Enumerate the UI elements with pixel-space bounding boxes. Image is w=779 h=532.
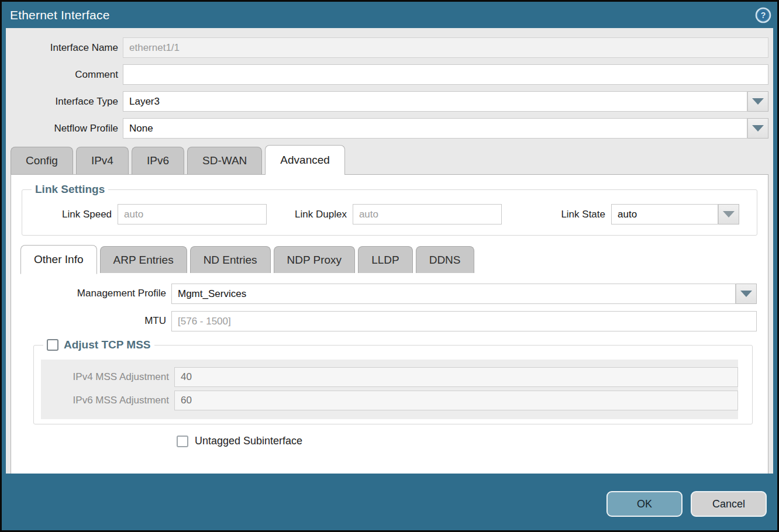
ipv4-mss-input	[174, 367, 738, 387]
link-settings-fieldset: Link Settings Link Speed Link Duplex	[22, 183, 757, 236]
tab-nd-entries[interactable]: ND Entries	[190, 246, 271, 273]
mtu-row: MTU	[20, 311, 759, 331]
comment-row: Comment	[11, 64, 768, 85]
link-speed-input[interactable]	[118, 204, 267, 224]
link-state-select[interactable]	[611, 204, 718, 224]
link-state-label: Link State	[561, 209, 611, 220]
netflow-profile-row: Netflow Profile	[11, 118, 768, 139]
help-icon[interactable]: ?	[755, 7, 771, 23]
netflow-profile-select[interactable]	[123, 118, 747, 139]
chevron-down-icon	[752, 98, 764, 105]
ipv4-mss-label: IPv4 MSS Adjustment	[41, 371, 174, 383]
tab-lldp[interactable]: LLDP	[358, 246, 413, 273]
untagged-subinterface-row: Untagged Subinterface	[177, 435, 759, 447]
main-tabbar: Config IPv4 IPv6 SD-WAN Advanced	[11, 145, 768, 174]
comment-input[interactable]	[123, 64, 768, 85]
tab-ipv6[interactable]: IPv6	[132, 147, 184, 174]
tab-other-info[interactable]: Other Info	[20, 245, 97, 274]
chevron-down-icon	[740, 291, 752, 297]
dialog-body: Interface Name Comment Interface Type Ne…	[6, 28, 773, 474]
adjust-tcp-mss-fieldset: Adjust TCP MSS IPv4 MSS Adjustment IPv6 …	[33, 338, 753, 424]
other-info-panel: Management Profile MTU	[20, 273, 759, 447]
dialog-title: Ethernet Interface	[10, 8, 110, 22]
mss-disabled-group: IPv4 MSS Adjustment IPv6 MSS Adjustment	[41, 360, 738, 419]
interface-type-dropdown-button[interactable]	[747, 91, 768, 112]
comment-label: Comment	[11, 69, 123, 81]
interface-name-input	[123, 37, 768, 58]
management-profile-select[interactable]	[171, 284, 736, 304]
tab-config[interactable]: Config	[11, 147, 73, 174]
chevron-down-icon	[752, 125, 764, 132]
adjust-tcp-mss-label: Adjust TCP MSS	[64, 338, 151, 351]
chevron-down-icon	[723, 211, 735, 217]
ethernet-interface-dialog: Ethernet Interface ? Interface Name Comm…	[0, 0, 779, 532]
management-profile-label: Management Profile	[20, 288, 171, 299]
mtu-label: MTU	[20, 315, 171, 327]
untagged-subinterface-label: Untagged Subinterface	[195, 435, 302, 447]
ipv6-mss-label: IPv6 MSS Adjustment	[41, 395, 174, 406]
svg-text:?: ?	[761, 11, 766, 20]
link-settings-legend: Link Settings	[32, 183, 108, 196]
management-profile-dropdown-button[interactable]	[736, 284, 757, 304]
cancel-button[interactable]: Cancel	[691, 491, 767, 517]
mtu-input[interactable]	[171, 311, 757, 331]
adjust-tcp-mss-checkbox[interactable]	[47, 339, 58, 351]
tab-ipv4[interactable]: IPv4	[76, 147, 129, 174]
tab-arp-entries[interactable]: ARP Entries	[100, 246, 187, 273]
interface-name-row: Interface Name	[11, 37, 768, 58]
tab-ddns[interactable]: DDNS	[416, 246, 474, 273]
management-profile-row: Management Profile	[20, 284, 759, 303]
tab-sd-wan[interactable]: SD-WAN	[187, 147, 262, 174]
link-duplex-input[interactable]	[353, 204, 502, 224]
adjust-tcp-mss-legend: Adjust TCP MSS	[43, 338, 154, 351]
netflow-profile-label: Netflow Profile	[11, 123, 123, 134]
link-duplex-label: Link Duplex	[295, 209, 353, 220]
advanced-tab-panel: Link Settings Link Speed Link Duplex	[11, 174, 768, 474]
ipv6-mss-row: IPv6 MSS Adjustment	[41, 391, 738, 410]
other-info-tabbar: Other Info ARP Entries ND Entries NDP Pr…	[20, 244, 759, 273]
ok-button[interactable]: OK	[606, 491, 683, 517]
interface-name-label: Interface Name	[11, 42, 123, 54]
netflow-profile-dropdown-button[interactable]	[747, 118, 768, 139]
interface-type-label: Interface Type	[11, 96, 123, 108]
ipv6-mss-input	[174, 391, 738, 410]
untagged-subinterface-checkbox[interactable]	[177, 436, 188, 447]
dialog-titlebar: Ethernet Interface ?	[2, 2, 777, 28]
link-speed-label: Link Speed	[62, 209, 118, 220]
dialog-footer: OK Cancel	[2, 481, 777, 530]
ipv4-mss-row: IPv4 MSS Adjustment	[41, 367, 738, 387]
tab-ndp-proxy[interactable]: NDP Proxy	[274, 246, 356, 273]
interface-type-row: Interface Type	[11, 91, 768, 112]
tab-advanced[interactable]: Advanced	[265, 145, 345, 175]
interface-type-select[interactable]	[123, 91, 747, 112]
link-state-dropdown-button[interactable]	[718, 204, 739, 224]
